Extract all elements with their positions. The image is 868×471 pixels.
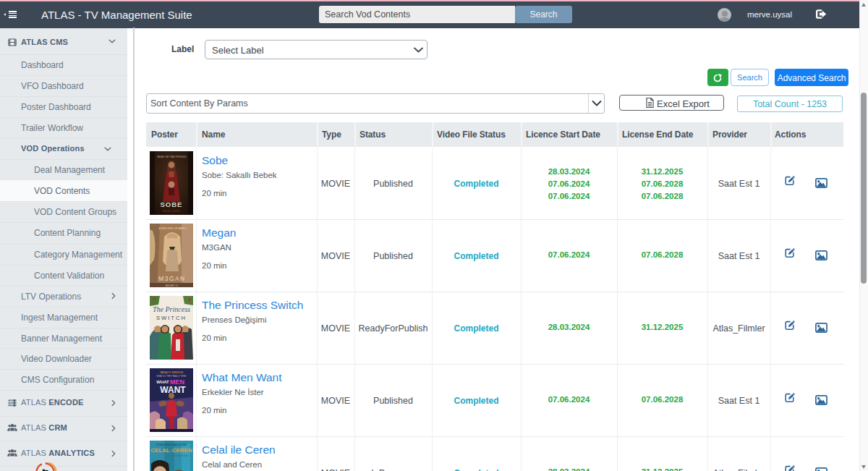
- svg-text:M3GAN: M3GAN: [158, 275, 185, 282]
- svg-text:JANUARY 13: JANUARY 13: [165, 284, 178, 287]
- svg-text:A NEW KIND OF FAMILY: A NEW KIND OF FAMILY: [159, 227, 187, 230]
- svg-text:SAKALLI BEBEK: SAKALLI BEBEK: [163, 210, 181, 213]
- svg-text:The Princess: The Princess: [153, 305, 190, 313]
- svg-text:SWITCH: SWITCH: [156, 315, 187, 321]
- svg-text:SOBE: SOBE: [161, 200, 183, 208]
- svg-text:YILMAZ ERDOGAN SUNAR: YILMAZ ERDOGAN SUNAR: [156, 444, 187, 446]
- svg-text:CELAL·CEREN: CELAL·CEREN: [150, 447, 192, 454]
- svg-text:YASAK SEYTAN PESINDE: YASAK SEYTAN PESINDE: [156, 156, 187, 158]
- svg-text:WHAT: WHAT: [156, 380, 169, 384]
- svg-text:TARAJI P. HENSON: TARAJI P. HENSON: [160, 371, 184, 374]
- svg-text:WHAT DO THEY REALLY THINK: WHAT DO THEY REALLY THINK: [156, 375, 187, 378]
- svg-text:2 subat sinemalarda: 2 subat sinemalarda: [169, 454, 190, 457]
